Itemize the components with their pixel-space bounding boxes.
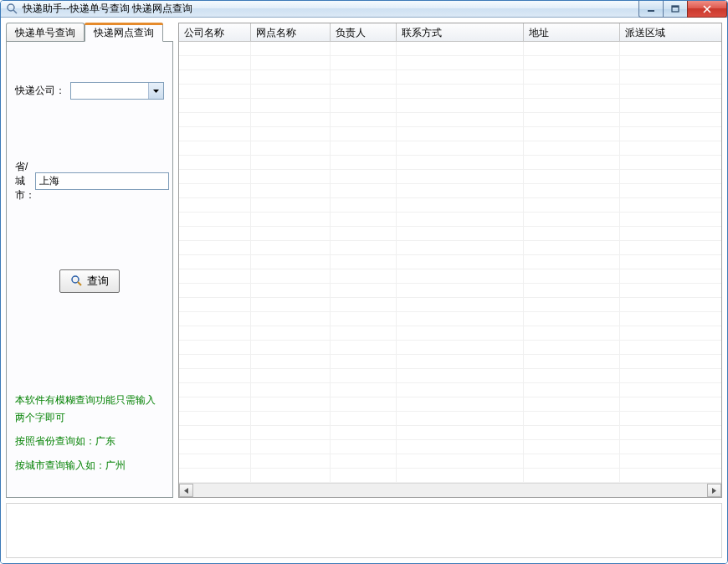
- scroll-track[interactable]: [193, 484, 707, 497]
- company-row: 快递公司：: [15, 82, 164, 100]
- tab-bar: 快递单号查询 快递网点查询: [6, 23, 173, 41]
- table-row[interactable]: [179, 397, 721, 412]
- table-row[interactable]: [179, 213, 721, 227]
- table-row[interactable]: [179, 99, 721, 113]
- table-row[interactable]: [179, 255, 721, 269]
- svg-rect-2: [648, 10, 654, 12]
- search-icon: [70, 274, 84, 288]
- window-title: 快递助手--快递单号查询 快递网点查询: [23, 2, 192, 16]
- svg-point-5: [72, 276, 79, 283]
- table-row[interactable]: [179, 141, 721, 156]
- svg-line-6: [78, 282, 81, 285]
- table-row[interactable]: [179, 383, 721, 397]
- table-row[interactable]: [179, 341, 721, 355]
- horizontal-scrollbar[interactable]: [179, 483, 721, 497]
- results-table: 公司名称 网点名称 负责人 联系方式 地址 派送区域: [178, 23, 722, 498]
- maximize-button[interactable]: [663, 1, 688, 18]
- table-row[interactable]: [179, 241, 721, 255]
- scroll-left-button[interactable]: [179, 484, 193, 497]
- app-window: 快递助手--快递单号查询 快递网点查询 快递单号查询 快递网点查询: [0, 0, 728, 564]
- table-header: 公司名称 网点名称 负责人 联系方式 地址 派送区域: [179, 23, 721, 42]
- left-panel: 快递单号查询 快递网点查询 快递公司：: [6, 23, 173, 498]
- right-panel: 公司名称 网点名称 负责人 联系方式 地址 派送区域: [178, 23, 722, 498]
- table-row[interactable]: [179, 312, 721, 326]
- table-row[interactable]: [179, 440, 721, 454]
- table-row[interactable]: [179, 184, 721, 198]
- th-company[interactable]: 公司名称: [179, 23, 251, 41]
- content-area: 快递单号查询 快递网点查询 快递公司：: [1, 18, 727, 563]
- table-row[interactable]: [179, 56, 721, 70]
- table-row[interactable]: [179, 269, 721, 284]
- table-row[interactable]: [179, 412, 721, 426]
- table-row[interactable]: [179, 113, 721, 127]
- th-contact[interactable]: 联系方式: [397, 23, 524, 41]
- table-row[interactable]: [179, 355, 721, 369]
- combo-dropdown-button[interactable]: [148, 83, 163, 99]
- th-address[interactable]: 地址: [524, 23, 620, 41]
- window-controls: [639, 1, 727, 18]
- th-branch[interactable]: 网点名称: [251, 23, 331, 41]
- company-combo[interactable]: [70, 82, 164, 100]
- table-row[interactable]: [179, 369, 721, 383]
- table-row[interactable]: [179, 156, 721, 170]
- city-label: 省/城市：: [15, 160, 35, 203]
- table-row[interactable]: [179, 127, 721, 141]
- table-row[interactable]: [179, 326, 721, 341]
- city-input[interactable]: [35, 172, 169, 190]
- tab-body: 快递公司： 省/城市：: [6, 41, 173, 498]
- table-row[interactable]: [179, 85, 721, 99]
- th-person[interactable]: 负责人: [331, 23, 397, 41]
- tab-branch-query[interactable]: 快递网点查询: [85, 23, 163, 42]
- query-button-label: 查询: [87, 274, 109, 289]
- table-row[interactable]: [179, 70, 721, 85]
- bottom-panel: [6, 503, 722, 558]
- company-label: 快递公司：: [15, 84, 70, 98]
- scroll-right-button[interactable]: [707, 484, 721, 497]
- table-row[interactable]: [179, 227, 721, 241]
- table-row[interactable]: [179, 298, 721, 312]
- table-body[interactable]: [179, 42, 721, 483]
- help-text: 本软件有模糊查询功能只需输入两个字即可 按照省份查询如：广东 按城市查询输入如：…: [15, 392, 164, 489]
- minimize-button[interactable]: [638, 1, 664, 18]
- svg-rect-4: [672, 6, 679, 8]
- app-icon: [6, 3, 19, 16]
- help-line-2: 按照省份查询如：广东: [15, 433, 164, 449]
- th-delivery-area[interactable]: 派送区域: [620, 23, 721, 41]
- table-row[interactable]: [179, 426, 721, 440]
- table-row[interactable]: [179, 170, 721, 184]
- query-button[interactable]: 查询: [59, 269, 120, 293]
- help-line-3: 按城市查询输入如：广州: [15, 457, 164, 474]
- svg-line-1: [13, 10, 17, 13]
- table-row[interactable]: [179, 284, 721, 298]
- close-button[interactable]: [687, 1, 727, 18]
- titlebar[interactable]: 快递助手--快递单号查询 快递网点查询: [1, 1, 727, 18]
- table-row[interactable]: [179, 454, 721, 469]
- tab-tracking-query[interactable]: 快递单号查询: [6, 23, 85, 41]
- city-row: 省/城市：: [15, 160, 164, 203]
- table-row[interactable]: [179, 469, 721, 483]
- svg-point-0: [8, 4, 14, 11]
- help-line-1: 本软件有模糊查询功能只需输入两个字即可: [15, 392, 164, 426]
- table-row[interactable]: [179, 198, 721, 213]
- table-row[interactable]: [179, 42, 721, 56]
